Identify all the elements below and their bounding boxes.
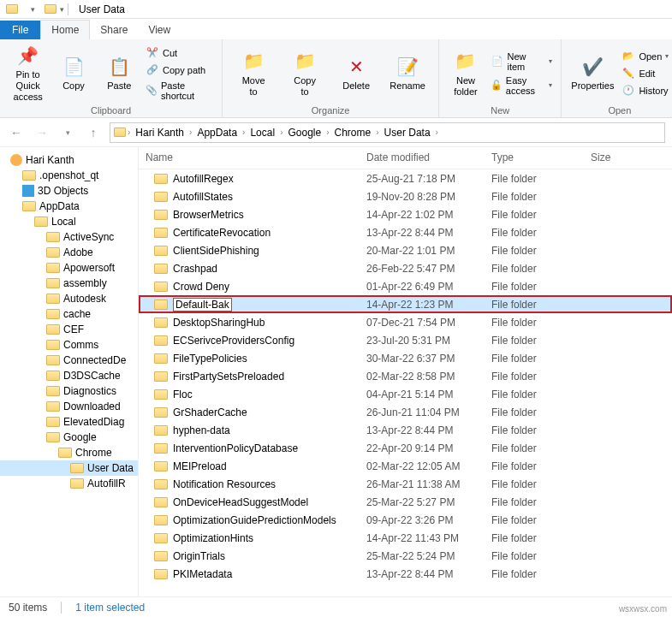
tab-view[interactable]: View bbox=[138, 21, 181, 39]
tree-item[interactable]: Chrome bbox=[0, 445, 138, 460]
cut-button[interactable]: ✂️Cut bbox=[144, 45, 215, 61]
breadcrumb-item[interactable]: Hari Kanth bbox=[132, 127, 187, 139]
breadcrumb-item[interactable]: AppData bbox=[193, 127, 241, 139]
tree-item-label: cache bbox=[63, 308, 91, 320]
table-row[interactable]: Crowd Deny01-Apr-22 6:49 PMFile folder bbox=[139, 277, 672, 295]
column-date[interactable]: Date modified bbox=[360, 147, 485, 169]
new-item-button[interactable]: 📄New item ▾ bbox=[489, 50, 555, 73]
column-type[interactable]: Type bbox=[485, 147, 584, 169]
tree-item[interactable]: Adobe bbox=[0, 245, 138, 260]
table-row[interactable]: ECSerivceProvidersConfig23-Jul-20 5:31 P… bbox=[139, 331, 672, 349]
move-to-button[interactable]: 📁Move to bbox=[229, 43, 277, 104]
paste-button[interactable]: 📋Paste bbox=[98, 43, 140, 104]
table-row[interactable]: FileTypePolicies30-Mar-22 6:37 PMFile fo… bbox=[139, 349, 672, 367]
pin-to-quick-access-button[interactable]: 📌Pin to Quick access bbox=[7, 43, 49, 104]
file-type: File folder bbox=[485, 191, 584, 203]
chevron-right-icon[interactable]: › bbox=[280, 128, 282, 137]
tree-item[interactable]: Hari Kanth bbox=[0, 152, 138, 168]
table-row[interactable]: FirstPartySetsPreloaded02-Mar-22 8:58 PM… bbox=[139, 367, 672, 385]
tree-item[interactable]: 3D Objects bbox=[0, 183, 138, 199]
table-row[interactable]: OnDeviceHeadSuggestModel25-Mar-22 5:27 P… bbox=[139, 493, 672, 511]
tree-item-label: AutofillR bbox=[87, 478, 126, 489]
recent-locations-button[interactable]: ▾ bbox=[58, 123, 77, 142]
easy-access-button[interactable]: 🔓Easy access ▾ bbox=[489, 74, 555, 97]
table-row[interactable]: OriginTrials25-Mar-22 5:24 PMFile folder bbox=[139, 547, 672, 565]
qat-dropdown-icon[interactable]: ▾ bbox=[24, 1, 41, 18]
copy-path-button[interactable]: 🔗Copy path bbox=[144, 62, 215, 78]
chevron-right-icon[interactable]: › bbox=[376, 128, 378, 137]
tree-item[interactable]: cache bbox=[0, 306, 138, 322]
table-row[interactable]: GrShaderCache26-Jun-21 11:04 PMFile fold… bbox=[139, 403, 672, 421]
folder-icon bbox=[154, 317, 168, 328]
tree-item[interactable]: Downloaded bbox=[0, 399, 138, 414]
tree-item[interactable]: ConnectedDe bbox=[0, 353, 138, 368]
breadcrumb-item[interactable]: Google bbox=[284, 127, 324, 139]
up-button[interactable]: ↑ bbox=[84, 123, 103, 142]
tree-item[interactable]: AppData bbox=[0, 199, 138, 214]
paste-shortcut-button[interactable]: 📎Paste shortcut bbox=[144, 80, 215, 102]
history-button[interactable]: 🕐History bbox=[620, 83, 670, 98]
tree-item[interactable]: CEF bbox=[0, 322, 138, 337]
tree-item[interactable]: ElevatedDiag bbox=[0, 414, 138, 430]
chevron-right-icon[interactable]: › bbox=[242, 128, 245, 137]
chevron-right-icon[interactable]: › bbox=[128, 128, 130, 137]
table-row[interactable]: Crashpad26-Feb-22 5:47 PMFile folder bbox=[139, 259, 672, 277]
folder-icon bbox=[46, 278, 60, 288]
tree-item[interactable]: Autodesk bbox=[0, 291, 138, 306]
new-folder-button[interactable]: 📁New folder bbox=[446, 43, 485, 104]
rename-button[interactable]: 📝Rename bbox=[384, 43, 431, 104]
table-row[interactable]: Floc04-Apr-21 5:14 PMFile folder bbox=[139, 385, 672, 403]
navigation-tree[interactable]: Hari Kanth.openshot_qt3D ObjectsAppDataL… bbox=[0, 147, 139, 596]
back-button[interactable]: ← bbox=[7, 123, 26, 142]
tree-item[interactable]: Google bbox=[0, 430, 138, 445]
tree-item[interactable]: .openshot_qt bbox=[0, 168, 138, 183]
table-row[interactable]: PKIMetadata13-Apr-22 8:44 PMFile folder bbox=[139, 565, 672, 583]
breadcrumb-item[interactable]: User Data bbox=[381, 127, 434, 139]
tab-share[interactable]: Share bbox=[90, 21, 138, 39]
breadcrumb[interactable]: › Hari Kanth›AppData›Local›Google›Chrome… bbox=[110, 122, 665, 143]
chevron-down-icon[interactable]: ▾ bbox=[60, 5, 64, 14]
tree-item[interactable]: AutofillR bbox=[0, 476, 138, 491]
table-row[interactable]: OptimizationHints14-Apr-22 11:43 PMFile … bbox=[139, 529, 672, 547]
tree-item[interactable]: Apowersoft bbox=[0, 260, 138, 276]
table-row[interactable]: ClientSidePhishing20-Mar-22 1:01 PMFile … bbox=[139, 241, 672, 259]
tree-item[interactable]: ActiveSync bbox=[0, 229, 138, 245]
file-type: File folder bbox=[485, 442, 584, 454]
table-row[interactable]: Notification Resources26-Mar-21 11:38 AM… bbox=[139, 475, 672, 493]
chevron-right-icon[interactable]: › bbox=[189, 128, 192, 137]
table-row[interactable]: AutofillRegex25-Aug-21 7:18 PMFile folde… bbox=[139, 169, 672, 187]
table-row[interactable]: CertificateRevocation13-Apr-22 8:44 PMFi… bbox=[139, 223, 672, 241]
table-row[interactable]: InterventionPolicyDatabase22-Apr-20 9:14… bbox=[139, 439, 672, 457]
column-name[interactable]: Name bbox=[139, 147, 360, 169]
table-row[interactable]: Default-Bak14-Apr-22 1:23 PMFile folder bbox=[139, 295, 672, 313]
delete-button[interactable]: ✕Delete bbox=[332, 43, 380, 104]
chevron-right-icon[interactable]: › bbox=[436, 128, 438, 137]
table-row[interactable]: DesktopSharingHub07-Dec-21 7:54 PMFile f… bbox=[139, 313, 672, 331]
tree-item[interactable]: Diagnostics bbox=[0, 383, 138, 399]
table-row[interactable]: MEIPreload02-Mar-22 12:05 AMFile folder bbox=[139, 457, 672, 475]
table-row[interactable]: hyphen-data13-Apr-22 8:44 PMFile folder bbox=[139, 421, 672, 439]
properties-button[interactable]: ✔️Properties bbox=[568, 43, 616, 104]
table-row[interactable]: BrowserMetrics14-Apr-22 1:02 PMFile fold… bbox=[139, 205, 672, 223]
table-row[interactable]: OptimizationGuidePredictionModels09-Apr-… bbox=[139, 511, 672, 529]
chevron-right-icon[interactable]: › bbox=[326, 128, 329, 137]
tab-home[interactable]: Home bbox=[40, 20, 90, 39]
paste-icon: 📋 bbox=[107, 55, 131, 79]
copy-button[interactable]: 📄Copy bbox=[52, 43, 94, 104]
tree-item[interactable]: User Data bbox=[0, 460, 138, 476]
forward-button[interactable]: → bbox=[33, 123, 51, 142]
breadcrumb-item[interactable]: Chrome bbox=[331, 127, 375, 139]
ribbon-group-open: ✔️Properties 📂Open ▾ ✏️Edit 🕐History Ope… bbox=[562, 39, 672, 117]
tree-item[interactable]: Local bbox=[0, 214, 138, 229]
copy-to-button[interactable]: 📁Copy to bbox=[281, 43, 329, 104]
tree-item[interactable]: Comms bbox=[0, 337, 138, 353]
column-headers: Name Date modified Type Size bbox=[139, 147, 672, 169]
tree-item[interactable]: assembly bbox=[0, 276, 138, 291]
column-size[interactable]: Size bbox=[584, 147, 672, 169]
tree-item[interactable]: D3DSCache bbox=[0, 368, 138, 383]
breadcrumb-item[interactable]: Local bbox=[247, 127, 278, 139]
open-button[interactable]: 📂Open ▾ bbox=[620, 49, 670, 64]
table-row[interactable]: AutofillStates19-Nov-20 8:28 PMFile fold… bbox=[139, 187, 672, 205]
tab-file[interactable]: File bbox=[0, 21, 40, 39]
edit-button[interactable]: ✏️Edit bbox=[620, 66, 670, 81]
